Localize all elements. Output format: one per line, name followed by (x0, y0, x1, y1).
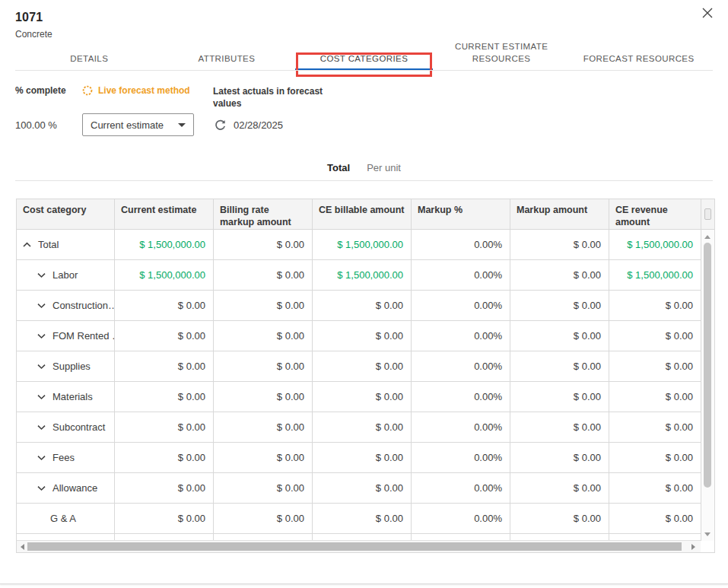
value-cell (17, 534, 115, 540)
value-cell: $ 0.00 (609, 382, 701, 412)
chevron-down-icon[interactable] (37, 455, 46, 461)
refresh-icon (214, 119, 227, 132)
chevron-down-icon[interactable] (37, 333, 46, 339)
chevron-down-icon (178, 123, 186, 127)
value-cell: 0.00% (412, 230, 510, 260)
tab-cost-categories[interactable]: COST CATEGORIES (295, 52, 433, 71)
value-cell: $ 1,500,000.00 (313, 260, 412, 291)
tab-details[interactable]: DETAILS (21, 52, 158, 71)
value-cell: $ 0.00 (510, 504, 609, 534)
controls-values: 100.00 % Current estimate 02/28/2025 (15, 113, 283, 136)
tab-forecast-resources[interactable]: FORECAST RESOURCES (570, 52, 707, 71)
value-cell: $ 0.00 (115, 412, 214, 443)
value-cell: $ 0.00 (609, 473, 701, 504)
column-header-markup-amount[interactable]: Markup amount (510, 199, 609, 230)
value-cell (412, 534, 510, 540)
value-cell (609, 534, 701, 540)
value-cell: $ 0.00 (510, 443, 609, 473)
value-cell: $ 0.00 (313, 504, 412, 534)
table-row-subcontract[interactable]: Subcontract$ 0.00$ 0.00$ 0.000.00%$ 0.00… (17, 412, 701, 443)
toggle-option-per-unit[interactable]: Per unit (367, 162, 401, 173)
table-row-g-a[interactable]: G & A$ 0.00$ 0.00$ 0.000.00%$ 0.00$ 0.00 (17, 504, 701, 534)
value-cell: 0.00% (412, 321, 510, 351)
column-header-cost-category[interactable]: Cost category (17, 199, 115, 230)
table-row-partial (17, 534, 701, 540)
value-cell: $ 0.00 (313, 291, 412, 321)
tab-label: CURRENT ESTIMATE RESOURCES (455, 42, 548, 64)
horizontal-scrollbar[interactable] (17, 540, 701, 552)
cost-category-cell: Materials (17, 382, 115, 412)
cost-category-cell: FOM Rented … (17, 321, 115, 351)
tab-label: FORECAST RESOURCES (583, 54, 695, 63)
chevron-down-icon[interactable] (37, 394, 46, 400)
value-cell: $ 0.00 (115, 443, 214, 473)
value-cell: $ 0.00 (510, 351, 609, 382)
value-cell: $ 0.00 (609, 351, 701, 382)
tab-current-estimate-resources[interactable]: CURRENT ESTIMATE RESOURCES (433, 40, 571, 71)
page-subtitle: Concrete (15, 29, 52, 40)
cost-category-label: Total (38, 239, 59, 250)
chevron-down-icon[interactable] (37, 485, 46, 491)
forecast-method-select[interactable]: Current estimate (82, 113, 194, 136)
scroll-left-arrow-icon[interactable] (21, 544, 24, 550)
horizontal-scroll-thumb[interactable] (27, 542, 682, 551)
value-cell: $ 0.00 (214, 473, 313, 504)
close-button[interactable] (698, 5, 717, 24)
vertical-scrollbar[interactable] (701, 199, 714, 541)
table-row-supplies[interactable]: Supplies$ 0.00$ 0.00$ 0.000.00%$ 0.00$ 0… (17, 351, 701, 382)
table-row-materials[interactable]: Materials$ 0.00$ 0.00$ 0.000.00%$ 0.00$ … (17, 382, 701, 412)
value-cell: 0.00% (412, 412, 510, 443)
latest-actuals-label: Latest actuals in forecast values (213, 85, 333, 110)
value-cell: $ 0.00 (214, 504, 313, 534)
cost-category-label: G & A (50, 513, 76, 524)
column-widget-icon (704, 208, 711, 220)
value-cell: $ 0.00 (115, 473, 214, 504)
table-row-construction[interactable]: Construction…$ 0.00$ 0.00$ 0.000.00%$ 0.… (17, 291, 701, 321)
column-header-billing-rate-markup-amount[interactable]: Billing rate markup amount (214, 199, 313, 230)
value-cell: $ 1,500,000.00 (609, 260, 701, 291)
scroll-right-arrow-icon[interactable] (691, 544, 695, 550)
value-cell: $ 0.00 (214, 382, 313, 412)
chevron-down-icon[interactable] (37, 424, 46, 431)
table-row-fees[interactable]: Fees$ 0.00$ 0.00$ 0.000.00%$ 0.00$ 0.00 (17, 443, 701, 473)
vertical-scroll-thumb[interactable] (704, 243, 711, 488)
cost-category-label: Fees (52, 452, 75, 463)
cost-item-dialog: 1071 Concrete DETAILSATTRIBUTESCOST CATE… (0, 0, 728, 588)
chevron-down-icon[interactable] (37, 272, 46, 278)
forecast-method-selected-value: Current estimate (91, 119, 164, 131)
chevron-up-icon[interactable] (22, 242, 32, 248)
column-header-current-estimate[interactable]: Current estimate (115, 199, 214, 230)
cost-category-label: Supplies (52, 361, 91, 372)
value-cell: 0.00% (412, 504, 510, 534)
table-row-allowance[interactable]: Allowance$ 0.00$ 0.00$ 0.000.00%$ 0.00$ … (17, 473, 701, 504)
value-cell: $ 0.00 (510, 382, 609, 412)
column-header-ce-billable-amount[interactable]: CE billable amount (313, 199, 412, 230)
cost-category-cell: Construction… (17, 291, 115, 321)
column-header-ce-revenue-amount[interactable]: CE revenue amount (609, 199, 701, 230)
value-cell: $ 0.00 (609, 321, 701, 351)
live-forecast-method[interactable]: Live forecast method (82, 85, 213, 96)
tab-attributes[interactable]: ATTRIBUTES (158, 52, 296, 71)
scroll-down-arrow-icon[interactable] (704, 532, 711, 536)
cost-categories-table: Cost categoryCurrent estimateBilling rat… (16, 199, 715, 553)
table-row-fom-rented[interactable]: FOM Rented …$ 0.00$ 0.00$ 0.000.00%$ 0.0… (17, 321, 701, 351)
cost-category-cell: Allowance (17, 473, 115, 504)
controls-labels: % complete Live forecast method Latest a… (15, 85, 333, 110)
toggle-option-total[interactable]: Total (327, 162, 350, 173)
chevron-down-icon[interactable] (37, 364, 46, 370)
cost-category-cell: Fees (17, 443, 115, 473)
value-cell: $ 0.00 (214, 260, 313, 291)
value-cell: $ 0.00 (313, 443, 412, 473)
value-cell: $ 1,500,000.00 (609, 230, 701, 260)
refresh-button[interactable] (214, 119, 227, 132)
value-cell: $ 0.00 (214, 443, 313, 473)
scroll-up-arrow-icon[interactable] (704, 235, 711, 239)
chevron-down-icon[interactable] (37, 303, 46, 309)
cost-category-cell: Total (17, 230, 115, 260)
column-header-markup[interactable]: Markup % (412, 199, 510, 230)
percent-complete-value: 100.00 % (15, 119, 82, 131)
table-row-total[interactable]: Total$ 1,500,000.00$ 0.00$ 1,500,000.000… (17, 230, 701, 260)
dialog-header: 1071 Concrete (15, 11, 52, 40)
table-row-labor[interactable]: Labor$ 1,500,000.00$ 0.00$ 1,500,000.000… (17, 260, 701, 291)
value-cell: 0.00% (412, 443, 510, 473)
